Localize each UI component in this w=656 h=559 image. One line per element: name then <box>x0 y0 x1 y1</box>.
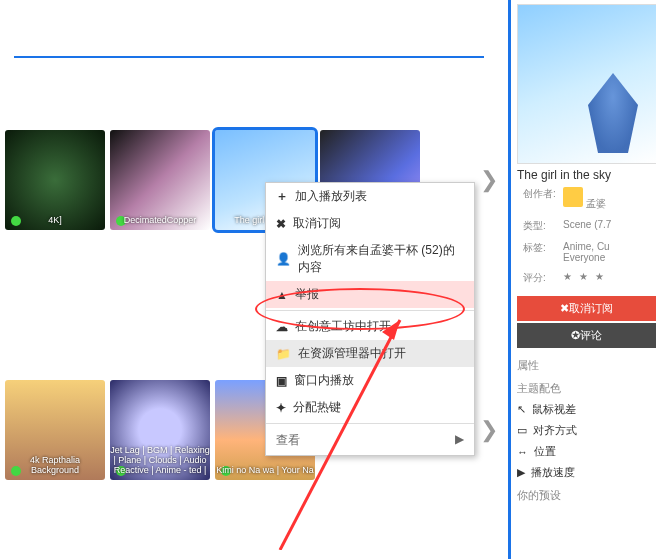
prop-parallax[interactable]: ↖鼠标视差 <box>517 402 656 417</box>
user-icon: 👤 <box>276 252 291 266</box>
meta-val: Scene (7.7 <box>559 216 611 236</box>
warning-icon: ▲ <box>276 288 288 302</box>
menu-label: 浏览所有来自孟婆干杯 (52)的内容 <box>298 242 464 276</box>
window-icon: ▣ <box>276 374 287 388</box>
author-name[interactable]: 孟婆 <box>586 198 606 209</box>
menu-open-workshop[interactable]: ☁在创意工坊中打开 <box>266 313 474 340</box>
section-heading: 你的预设 <box>517 488 656 503</box>
menu-label: 取消订阅 <box>293 215 341 232</box>
thumb-item[interactable]: 4K] <box>5 130 105 230</box>
plus-icon: ＋ <box>276 188 288 205</box>
play-icon: ▶ <box>517 466 525 479</box>
menu-label: 在资源管理器中打开 <box>298 345 406 362</box>
meta-table: 创作者: 孟婆 类型:Scene (7.7 标签:Anime, Cu Every… <box>517 182 613 290</box>
menu-label: 加入播放列表 <box>295 188 367 205</box>
menu-unsubscribe[interactable]: ✖取消订阅 <box>266 210 474 237</box>
menu-report[interactable]: ▲举报 <box>266 281 474 308</box>
menu-play-in-window[interactable]: ▣窗口内播放 <box>266 367 474 394</box>
rating-stars: ★ ★ ★ <box>559 268 611 288</box>
close-icon: ✖ <box>276 217 286 231</box>
menu-label: 窗口内播放 <box>294 372 354 389</box>
meta-key: 评分: <box>519 268 557 288</box>
wallpaper-title: The girl in the sky <box>517 168 656 182</box>
thumb-item[interactable]: Jet Lag | BGM | Relaxing | Plane | Cloud… <box>110 380 210 480</box>
menu-label: 查看 <box>276 432 300 449</box>
prop-position[interactable]: ↔位置 <box>517 444 656 459</box>
context-menu: ＋加入播放列表 ✖取消订阅 👤浏览所有来自孟婆干杯 (52)的内容 ▲举报 ☁在… <box>265 182 475 456</box>
thumb-caption: 4K] <box>5 216 105 226</box>
cloud-icon: ☁ <box>276 320 288 334</box>
thumb-caption: 4k Rapthalia Background <box>5 456 105 476</box>
detail-panel: The girl in the sky 创作者: 孟婆 类型:Scene (7.… <box>508 0 656 559</box>
thumb-caption: DecimatedCopper <box>110 216 210 226</box>
prop-label: 对齐方式 <box>533 423 577 438</box>
comment-button[interactable]: ✪评论 <box>517 323 656 348</box>
menu-view[interactable]: 查看▶ <box>266 426 474 455</box>
unsubscribe-button[interactable]: ✖取消订阅 <box>517 296 656 321</box>
thumb-caption: Kimi no Na wa | Your Na <box>215 466 315 476</box>
chevron-right-icon: ▶ <box>455 432 464 449</box>
meta-key: 标签: <box>519 238 557 266</box>
prop-label: 鼠标视差 <box>532 402 576 417</box>
menu-label: 举报 <box>295 286 319 303</box>
prop-speed[interactable]: ▶播放速度 <box>517 465 656 480</box>
key-icon: ✦ <box>276 401 286 415</box>
meta-key: 类型: <box>519 216 557 236</box>
cursor-icon: ↖ <box>517 403 526 416</box>
next-page-icon[interactable]: ❯ <box>480 167 498 193</box>
meta-val: Anime, Cu Everyone <box>559 238 611 266</box>
menu-separator <box>266 423 474 424</box>
menu-assign-hotkey[interactable]: ✦分配热键 <box>266 394 474 421</box>
menu-browse-author[interactable]: 👤浏览所有来自孟婆干杯 (52)的内容 <box>266 237 474 281</box>
section-heading: 主题配色 <box>517 381 656 396</box>
menu-label: 在创意工坊中打开 <box>295 318 391 335</box>
move-icon: ↔ <box>517 446 528 458</box>
meta-key: 创作者: <box>519 184 557 214</box>
prop-align[interactable]: ▭对齐方式 <box>517 423 656 438</box>
thumb-caption: Jet Lag | BGM | Relaxing | Plane | Cloud… <box>110 446 210 476</box>
section-heading: 属性 <box>517 358 656 373</box>
meta-val: 孟婆 <box>559 184 611 214</box>
menu-open-resource-manager[interactable]: 📁在资源管理器中打开 <box>266 340 474 367</box>
prop-label: 播放速度 <box>531 465 575 480</box>
thumb-item[interactable]: DecimatedCopper <box>110 130 210 230</box>
thumb-item[interactable]: 4k Rapthalia Background <box>5 380 105 480</box>
folder-icon: 📁 <box>276 347 291 361</box>
prop-label: 位置 <box>534 444 556 459</box>
avatar <box>563 187 583 207</box>
menu-separator <box>266 310 474 311</box>
menu-add-playlist[interactable]: ＋加入播放列表 <box>266 183 474 210</box>
align-icon: ▭ <box>517 424 527 437</box>
preview-image <box>517 4 656 164</box>
menu-label: 分配热键 <box>293 399 341 416</box>
next-page-icon[interactable]: ❯ <box>480 417 498 443</box>
